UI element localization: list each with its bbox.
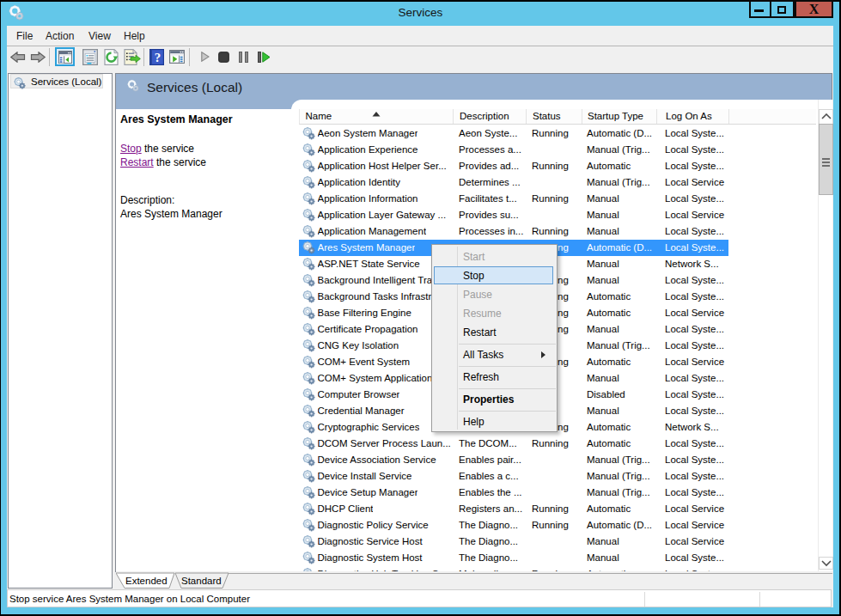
- svg-text:?: ?: [155, 51, 161, 64]
